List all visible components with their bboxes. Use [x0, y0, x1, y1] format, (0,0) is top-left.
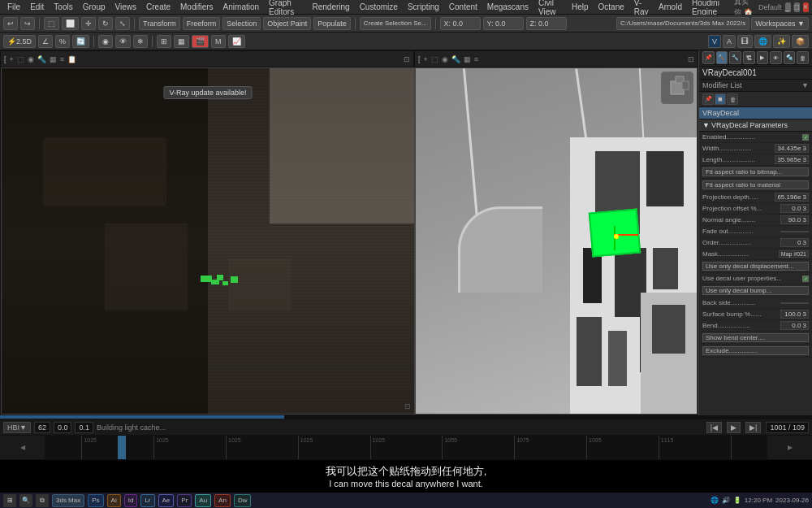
select-button[interactable]: ⬚	[44, 17, 59, 30]
z-coord[interactable]: Z: 0.0	[526, 17, 567, 30]
menu-megascans[interactable]: Megascans	[483, 0, 533, 14]
material-btn[interactable]: M	[211, 35, 226, 48]
move-button[interactable]: ✛	[81, 17, 96, 30]
param-user-props-check[interactable]: ✓	[802, 276, 809, 282]
left-vp-icon3[interactable]: ◉	[28, 55, 34, 63]
mod-icon-delete[interactable]: 🗑	[727, 93, 738, 105]
params-expand-icon[interactable]: ▼	[702, 121, 710, 129]
modifier-dropdown-icon[interactable]: ▼	[801, 81, 809, 89]
render-btn[interactable]: 🎬	[192, 35, 209, 48]
decal-disp-btn[interactable]: Use only decal displacement...	[702, 262, 809, 271]
param-normal-angle-value[interactable]: 90.0 3	[780, 215, 809, 224]
panel-icon-motion[interactable]: ▶	[757, 51, 769, 64]
lr-taskbar[interactable]: Lr	[140, 494, 154, 507]
3dsmax-taskbar[interactable]: 3ds Max	[52, 494, 84, 507]
frame-01[interactable]: 0.1	[75, 422, 93, 433]
effects-icon[interactable]: ✨	[773, 35, 790, 48]
menu-civil-view[interactable]: Civil View	[534, 0, 566, 14]
au-taskbar[interactable]: Au	[195, 494, 211, 507]
redo-button[interactable]: ↪	[20, 17, 35, 30]
angle-snap-btn[interactable]: ∠	[38, 35, 53, 48]
windows-start-btn[interactable]: ⊞	[3, 494, 16, 507]
nav-cube[interactable]	[661, 72, 693, 104]
menu-create[interactable]: Create	[142, 0, 175, 14]
panel-icon-hierarchy[interactable]: 🏗	[743, 51, 755, 64]
menu-graph-editors[interactable]: Graph Editors	[265, 0, 306, 14]
right-vp-icon5[interactable]: ▦	[464, 55, 471, 63]
viewport-type-btn[interactable]: ⊞	[157, 35, 171, 48]
menu-houdini[interactable]: Houdini Engine	[688, 0, 733, 14]
fit-material-btn[interactable]: Fit aspect ratio to material	[702, 180, 809, 189]
param-fade-out-value[interactable]	[780, 231, 809, 232]
show-bend-btn[interactable]: Show bend center....	[702, 333, 809, 342]
x-coord[interactable]: X: 0.0	[440, 17, 481, 30]
hide-btn[interactable]: 👁	[115, 35, 131, 48]
left-vp-icon6[interactable]: ≡	[60, 55, 64, 63]
snap-btn[interactable]: ⚡2.5D	[3, 35, 36, 48]
rotate-button[interactable]: ↻	[98, 17, 113, 30]
param-mask-value[interactable]: Map #021	[779, 250, 809, 258]
panel-icon-create[interactable]: 🔨	[716, 51, 728, 64]
expand-icon[interactable]: ⊡	[404, 402, 411, 410]
menu-arnold[interactable]: Arnold	[654, 0, 686, 14]
freeform-btn[interactable]: Freeform	[183, 17, 221, 30]
minimize-button[interactable]: _	[785, 2, 791, 12]
hbi-btn[interactable]: HBI▼	[3, 422, 31, 433]
menu-scripting[interactable]: Scripting	[404, 0, 443, 14]
right-vp-icon2[interactable]: ⬚	[431, 55, 438, 63]
vray-icon[interactable]: V	[708, 35, 721, 48]
undo-button[interactable]: ↩	[3, 17, 18, 30]
vray-update-banner[interactable]: V-Ray update available!	[163, 86, 252, 99]
taskview-btn[interactable]: ⧉	[36, 494, 49, 507]
left-vp-icon5[interactable]: ▦	[50, 55, 57, 63]
menu-content[interactable]: Content	[445, 0, 482, 14]
param-enabled-check[interactable]: ✓	[802, 134, 809, 141]
left-vp-icon1[interactable]: +	[10, 55, 14, 63]
param-length-value[interactable]: 35.965e 3	[775, 155, 809, 164]
menu-rendering[interactable]: Rendering	[308, 0, 353, 14]
menu-views[interactable]: Views	[111, 0, 141, 14]
populate-btn[interactable]: Populate	[313, 17, 351, 30]
ai-taskbar[interactable]: Ai	[107, 494, 121, 507]
next-frame-btn[interactable]: ▶|	[745, 422, 761, 433]
frame-0[interactable]: 0.0	[54, 422, 72, 433]
freeze-btn[interactable]: ❄	[133, 35, 148, 48]
panel-trash[interactable]: 🗑	[797, 51, 809, 64]
pr-taskbar[interactable]: Pr	[177, 494, 192, 507]
frame-counter[interactable]: 1001 / 109	[766, 422, 809, 433]
param-bend-value[interactable]: 0.0 3	[780, 321, 809, 330]
scrubber-handle[interactable]	[118, 436, 126, 459]
select-region-button[interactable]: ⬜	[62, 17, 79, 30]
an-taskbar[interactable]: An	[214, 494, 231, 507]
param-proj-depth-value[interactable]: 65.196e 3	[775, 193, 809, 202]
workspaces-btn[interactable]: Workspaces ▼	[751, 17, 809, 30]
param-surface-bump-value[interactable]: 100.0 3	[780, 310, 809, 319]
dw-taskbar[interactable]: Dw	[234, 494, 252, 507]
scrubber-track[interactable]: 1025 1025 1025 1025 1025 1055 10	[45, 436, 767, 459]
menu-animation[interactable]: Animation	[219, 0, 263, 14]
param-width-value[interactable]: 34.435e 3	[775, 144, 809, 153]
menu-vray[interactable]: V-Ray	[630, 0, 653, 14]
left-vp-icon2[interactable]: ⬚	[17, 55, 24, 63]
render-setup-icon[interactable]: 🎞	[737, 35, 753, 48]
isolate-btn[interactable]: ◉	[98, 35, 113, 48]
frame-62[interactable]: 62	[34, 422, 50, 433]
modifier-item-vray[interactable]: VRayDecal	[699, 107, 812, 119]
right-vp-icon4[interactable]: 🔦	[451, 55, 460, 63]
menu-customize[interactable]: Customize	[356, 0, 402, 14]
fit-bitmap-btn[interactable]: Fit aspect ratio to bitmap...	[702, 167, 809, 176]
left-vp-expand[interactable]: ⊡	[404, 55, 410, 63]
exclude-btn[interactable]: Exclude................	[702, 346, 809, 355]
decal-bump-btn[interactable]: Use only decal bump...	[702, 286, 809, 295]
environment-icon[interactable]: 🌐	[754, 35, 771, 48]
ps-taskbar[interactable]: Ps	[88, 494, 103, 507]
close-button[interactable]: ×	[803, 2, 809, 12]
id-taskbar[interactable]: Id	[124, 494, 138, 507]
search-btn[interactable]: 🔍	[19, 494, 32, 507]
shading-btn[interactable]: ▦	[174, 35, 189, 48]
panel-icon-display[interactable]: 👁	[770, 51, 782, 64]
create-sel-btn[interactable]: Create Selection Se...	[360, 17, 431, 30]
menu-modifiers[interactable]: Modifiers	[176, 0, 218, 14]
arnold-icon[interactable]: A	[723, 35, 736, 48]
scrubber[interactable]: ◀ 1025 1025 1025 1025 1025	[0, 435, 812, 459]
